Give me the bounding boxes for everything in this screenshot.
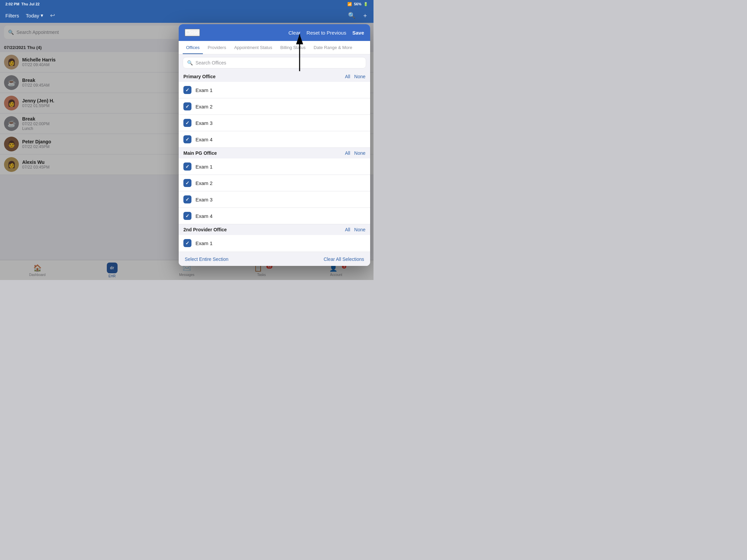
section-links-mainpg: All None <box>345 151 365 156</box>
nav-left: Filters Today ▾ ↩ <box>5 12 55 19</box>
mainpg-none-link[interactable]: None <box>354 151 365 156</box>
office-room-name: Exam 1 <box>196 240 365 246</box>
battery-level: 56% <box>354 2 361 6</box>
2ndprovider-none-link[interactable]: None <box>354 227 365 232</box>
status-bar: 2:02 PM Thu Jul 22 📶 56% 🔋 <box>0 0 374 8</box>
filter-modal: Close Clear Reset to Previous Save Offic… <box>179 24 370 266</box>
mainpg-all-link[interactable]: All <box>345 151 350 156</box>
office-row[interactable]: ✓ Exam 2 <box>179 175 370 191</box>
search-icon[interactable]: 🔍 <box>348 12 355 19</box>
section-header-2ndprovider: 2nd Provider Office All None <box>179 224 370 235</box>
clear-all-selections-button[interactable]: Clear All Selections <box>324 257 364 262</box>
checkbox-mainpg-exam4[interactable]: ✓ <box>183 212 191 220</box>
status-date: Thu Jul 22 <box>22 2 40 6</box>
search-icon: 🔍 <box>187 60 193 65</box>
tab-appointment-status[interactable]: Appointment Status <box>231 41 276 54</box>
nav-right: 🔍 ＋ <box>348 11 368 20</box>
tab-date-range[interactable]: Date Range & More <box>310 41 356 54</box>
select-entire-section-button[interactable]: Select Entire Section <box>185 257 228 262</box>
checkbox-mainpg-exam3[interactable]: ✓ <box>183 195 191 204</box>
nav-bar: Filters Today ▾ ↩ 🔍 ＋ <box>0 8 374 23</box>
save-button[interactable]: Save <box>352 30 364 35</box>
redo-icon[interactable]: ↩ <box>50 12 55 19</box>
filters-button[interactable]: Filters <box>5 13 19 19</box>
modal-overlay: Close Clear Reset to Previous Save Offic… <box>0 23 374 280</box>
close-button[interactable]: Close <box>185 29 200 36</box>
office-room-name: Exam 4 <box>196 137 365 142</box>
office-room-name: Exam 3 <box>196 120 365 126</box>
checkbox-primary-exam4[interactable]: ✓ <box>183 135 191 143</box>
checkbox-mainpg-exam1[interactable]: ✓ <box>183 162 191 170</box>
office-row[interactable]: ✓ Exam 2 <box>179 98 370 115</box>
offices-search-input[interactable]: 🔍 Search Offices <box>183 57 366 69</box>
offices-list: Primary Office All None ✓ Exam 1 ✓ Exam … <box>179 71 370 252</box>
today-button[interactable]: Today ▾ <box>26 12 43 19</box>
office-room-name: Exam 2 <box>196 104 365 109</box>
checkbox-primary-exam3[interactable]: ✓ <box>183 119 191 127</box>
status-time: 2:02 PM <box>5 2 20 6</box>
office-room-name: Exam 1 <box>196 87 365 93</box>
office-row[interactable]: ✓ Exam 4 <box>179 208 370 224</box>
modal-tabs: Offices Providers Appointment Status Bil… <box>179 41 370 54</box>
tab-providers[interactable]: Providers <box>204 41 229 54</box>
office-room-name: Exam 4 <box>196 213 365 219</box>
primary-none-link[interactable]: None <box>354 74 365 79</box>
office-row[interactable]: ✓ Exam 3 <box>179 115 370 131</box>
office-row[interactable]: ✓ Exam 3 <box>179 191 370 208</box>
office-room-name: Exam 3 <box>196 197 365 203</box>
arrow-annotation <box>283 31 316 75</box>
modal-footer: Select Entire Section Clear All Selectio… <box>179 252 370 266</box>
office-room-name: Exam 2 <box>196 180 365 186</box>
checkbox-mainpg-exam2[interactable]: ✓ <box>183 179 191 187</box>
section-links-2ndprovider: All None <box>345 227 365 232</box>
checkbox-primary-exam2[interactable]: ✓ <box>183 102 191 110</box>
office-row[interactable]: ✓ Exam 1 <box>179 235 370 251</box>
checkbox-primary-exam1[interactable]: ✓ <box>183 86 191 94</box>
office-row[interactable]: ✓ Exam 1 <box>179 82 370 98</box>
office-row[interactable]: ✓ Exam 4 <box>179 131 370 148</box>
section-header-mainpg: Main PG Office All None <box>179 148 370 158</box>
section-title-mainpg: Main PG Office <box>183 151 217 156</box>
battery-icon: 🔋 <box>363 2 368 6</box>
offices-search-container: 🔍 Search Offices <box>179 54 370 71</box>
tab-offices[interactable]: Offices <box>183 41 203 54</box>
section-title-2ndprovider: 2nd Provider Office <box>183 227 227 232</box>
primary-all-link[interactable]: All <box>345 74 350 79</box>
modal-header: Close Clear Reset to Previous Save <box>179 24 370 41</box>
office-room-name: Exam 1 <box>196 164 365 169</box>
section-title-primary: Primary Office <box>183 74 216 79</box>
wifi-icon: 📶 <box>347 2 352 6</box>
add-icon[interactable]: ＋ <box>362 11 368 20</box>
office-row[interactable]: ✓ Exam 1 <box>179 158 370 175</box>
section-header-primary: Primary Office All None <box>179 71 370 82</box>
checkbox-2ndprovider-exam1[interactable]: ✓ <box>183 239 191 247</box>
status-left: 2:02 PM Thu Jul 22 <box>5 2 40 6</box>
section-links: All None <box>345 74 365 79</box>
search-offices-placeholder: Search Offices <box>196 60 226 65</box>
chevron-down-icon: ▾ <box>41 12 43 19</box>
2ndprovider-all-link[interactable]: All <box>345 227 350 232</box>
status-right: 📶 56% 🔋 <box>347 2 368 6</box>
